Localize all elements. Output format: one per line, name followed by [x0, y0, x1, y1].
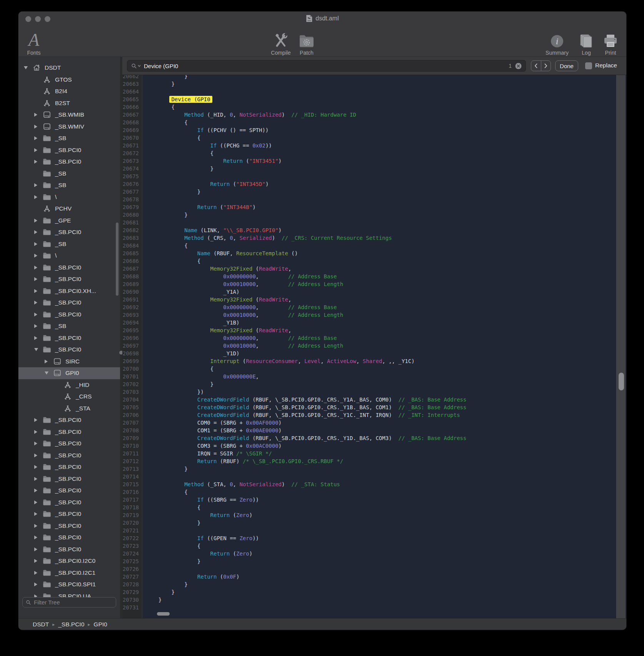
tree-row[interactable]: _SB.PCI0 [18, 309, 120, 321]
tree-row[interactable]: _SB.PCI0 [18, 262, 120, 274]
disclosure-triangle[interactable] [34, 324, 43, 328]
tree-row[interactable]: PCHV [18, 203, 120, 215]
tree-row[interactable]: _SB.PCI0.XH... [18, 285, 120, 297]
disclosure-triangle[interactable] [34, 313, 43, 316]
editor-vertical-scrollbar[interactable] [616, 75, 626, 618]
disclosure-triangle[interactable] [34, 136, 43, 140]
disclosure-triangle[interactable] [24, 66, 32, 69]
disclosure-triangle[interactable] [34, 183, 43, 187]
breadcrumb-item[interactable]: GPI0 [93, 621, 107, 628]
tree-row[interactable]: DSDT [18, 62, 120, 74]
disclosure-triangle[interactable] [34, 442, 43, 445]
close-button[interactable] [25, 16, 31, 22]
disclosure-triangle[interactable] [34, 125, 43, 129]
disclosure-triangle[interactable] [34, 254, 43, 258]
disclosure-triangle[interactable] [34, 454, 43, 457]
tree-row[interactable]: _SB [18, 168, 120, 180]
tree-row[interactable]: _GPE [18, 215, 120, 227]
find-next-button[interactable] [541, 61, 551, 71]
tree-row[interactable]: _STA [18, 403, 120, 415]
tree-row[interactable]: SIRC [18, 356, 120, 368]
tree-row[interactable]: _CRS [18, 391, 120, 403]
tree-row[interactable]: _SB.PCI0 [18, 414, 120, 426]
tree-row[interactable]: _SB.WMIB [18, 109, 120, 121]
tree-row[interactable]: _SB.PCI0 [18, 226, 120, 238]
tree-row[interactable]: _SB.PCI0 [18, 297, 120, 309]
editor-horizontal-scrollbar-thumb[interactable] [157, 612, 170, 616]
tree-row[interactable]: _SB.WMIV [18, 121, 120, 133]
disclosure-triangle[interactable] [34, 277, 43, 281]
tree-row[interactable]: GTOS [18, 74, 120, 86]
breadcrumb-item[interactable]: _SB.PCI0 [58, 621, 84, 628]
log-button[interactable]: Log [575, 28, 598, 55]
tree-row[interactable]: _SB [18, 179, 120, 191]
summary-button[interactable]: i Summary [546, 28, 569, 55]
tree-row[interactable]: _SB [18, 320, 120, 332]
tree-row[interactable]: \ [18, 191, 120, 203]
tree-row[interactable]: _SB.PCI0 [18, 532, 120, 544]
replace-checkbox[interactable] [585, 62, 592, 69]
disclosure-triangle[interactable] [34, 559, 43, 563]
tree-row[interactable]: _SB.PCI0 [18, 426, 120, 438]
disclosure-triangle[interactable] [45, 360, 53, 363]
disclosure-triangle[interactable] [34, 113, 43, 117]
disclosure-triangle[interactable] [34, 348, 43, 351]
disclosure-triangle[interactable] [34, 430, 43, 434]
tree-row[interactable]: _SB.PCI0 [18, 497, 120, 509]
tree-row[interactable]: _SB.PCI0 [18, 144, 120, 156]
editor-vertical-scrollbar-thumb[interactable] [619, 373, 624, 390]
tree-row[interactable]: _SB.PCI0 [18, 461, 120, 473]
tree-row[interactable]: _SB [18, 132, 120, 144]
disclosure-triangle[interactable] [34, 242, 43, 246]
disclosure-triangle[interactable] [34, 571, 43, 575]
compile-button[interactable]: Compile [269, 28, 292, 55]
disclosure-triangle[interactable] [34, 477, 43, 481]
minimize-button[interactable] [35, 16, 41, 22]
disclosure-triangle[interactable] [45, 372, 53, 375]
tree-row[interactable]: _SB.PCI0 [18, 332, 120, 344]
disclosure-triangle[interactable] [34, 489, 43, 492]
find-previous-button[interactable] [531, 61, 541, 71]
disclosure-triangle[interactable] [34, 418, 43, 422]
tree-row[interactable]: _SB.PCI0.SPI1 [18, 579, 120, 591]
disclosure-triangle[interactable] [34, 195, 43, 199]
print-button[interactable]: Print [599, 28, 622, 55]
find-input[interactable]: Device (GPI0 1 [127, 60, 526, 72]
tree-row[interactable]: _HID [18, 379, 120, 391]
tree-row[interactable]: GPI0 [18, 367, 120, 379]
disclosure-triangle[interactable] [34, 301, 43, 305]
disclosure-triangle[interactable] [34, 148, 43, 152]
tree-row[interactable]: _SB.PCI0 [18, 450, 120, 462]
filter-tree-input[interactable]: Filter Tree [22, 597, 116, 607]
disclosure-triangle[interactable] [34, 230, 43, 234]
disclosure-triangle[interactable] [34, 582, 43, 586]
tree-row[interactable]: _SB.PCI0 [18, 156, 120, 168]
disclosure-triangle[interactable] [34, 160, 43, 164]
code-editor[interactable]: 20662 }20663 }2066420665 Device (GPI0206… [122, 75, 626, 618]
tree-row[interactable]: _SB.PCI0.I2C0 [18, 555, 120, 567]
tree-row[interactable]: _SB.PCI0 [18, 273, 120, 285]
disclosure-triangle[interactable] [34, 500, 43, 504]
disclosure-triangle[interactable] [34, 512, 43, 516]
disclosure-triangle[interactable] [34, 219, 43, 223]
disclosure-triangle[interactable] [34, 336, 43, 340]
tree-row[interactable]: _SB.PCI0 [18, 544, 120, 556]
disclosure-triangle[interactable] [34, 289, 43, 293]
disclosure-triangle[interactable] [34, 266, 43, 269]
tree-row[interactable]: _SB.PCI0 [18, 485, 120, 497]
tree-row[interactable]: _SB.PCI0 [18, 520, 120, 532]
tree-row[interactable]: _SB.PCI0 [18, 508, 120, 520]
tree-row[interactable]: B2I4 [18, 85, 120, 97]
sidebar-scrollbar-thumb[interactable] [116, 223, 118, 296]
patch-button[interactable]: Patch [295, 28, 318, 55]
clear-search-icon[interactable] [515, 63, 522, 69]
breadcrumb-item[interactable]: DSDT [33, 621, 49, 628]
tree-row[interactable]: _SB.PCI0 [18, 438, 120, 450]
tree-row[interactable]: B2ST [18, 97, 120, 109]
tree-row[interactable]: \ [18, 250, 120, 262]
tree-row[interactable]: _SB [18, 238, 120, 250]
disclosure-triangle[interactable] [34, 524, 43, 528]
done-button[interactable]: Done [555, 60, 578, 71]
tree-row[interactable]: _SB.PCI0 [18, 344, 120, 356]
disclosure-triangle[interactable] [34, 536, 43, 539]
